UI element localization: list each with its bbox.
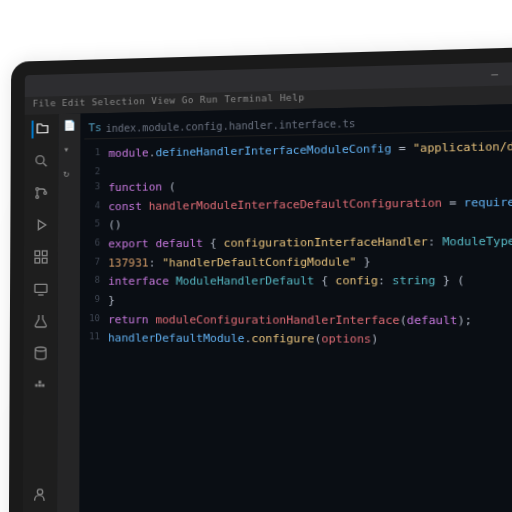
line-number: 2 (84, 164, 108, 180)
testing-icon[interactable] (32, 312, 50, 330)
refresh-icon[interactable]: ↻ (63, 168, 75, 180)
svg-rect-4 (35, 251, 40, 256)
code-editor[interactable]: Ts index.module.config.handler.interface… (79, 103, 512, 512)
extensions-icon[interactable] (32, 248, 50, 266)
source-control-icon[interactable] (32, 184, 50, 202)
collapse-icon[interactable]: ▾ (63, 144, 75, 156)
svg-rect-11 (38, 384, 41, 387)
remote-icon[interactable] (32, 280, 50, 298)
debug-icon[interactable] (32, 216, 50, 234)
svg-point-3 (44, 192, 47, 195)
svg-point-0 (36, 156, 44, 164)
line-number: 4 (84, 198, 108, 217)
code-content[interactable]: interface ModuleHandlerDefault { config:… (108, 272, 512, 292)
line-number: 1 (84, 145, 108, 164)
typescript-file-icon: Ts (88, 119, 101, 138)
code-line[interactable]: 7 137931: "handlerDefaultConfigModule" } (84, 252, 512, 273)
file-icon[interactable]: 📄 (63, 120, 75, 132)
svg-rect-10 (35, 384, 38, 387)
code-body[interactable]: 1module.defineHandlerInterfaceModuleConf… (84, 137, 512, 351)
svg-rect-8 (35, 284, 47, 292)
svg-point-2 (36, 196, 39, 199)
line-number: 5 (84, 217, 108, 236)
code-line[interactable]: 8 interface ModuleHandlerDefault { confi… (84, 272, 512, 292)
code-line[interactable]: 9} (84, 292, 512, 312)
svg-point-9 (35, 347, 46, 351)
svg-point-1 (36, 188, 39, 191)
svg-rect-7 (42, 258, 47, 263)
line-number: 6 (84, 235, 108, 254)
docker-icon[interactable] (31, 376, 49, 394)
main-area: 📄 ▾ ↻ Ts index.module.config.handler.int… (23, 103, 512, 512)
code-line[interactable]: 6 export default { configurationInterfac… (84, 232, 512, 254)
minimize-icon[interactable]: ─ (489, 69, 500, 80)
code-content[interactable]: handlerDefaultModule.configure(options) (108, 330, 512, 351)
svg-rect-6 (35, 258, 40, 263)
line-number: 8 (84, 273, 108, 292)
line-number: 9 (84, 292, 108, 311)
line-number: 7 (84, 254, 108, 273)
code-content[interactable]: return moduleConfigurationHandlerInterfa… (108, 311, 512, 331)
explorer-icon[interactable] (32, 120, 50, 138)
accounts-icon[interactable] (31, 485, 49, 504)
svg-rect-13 (38, 381, 41, 384)
activity-bar (23, 114, 59, 512)
tab-filename: index.module.config.handler.interface.ts (106, 115, 356, 137)
line-number: 11 (84, 330, 108, 349)
line-number: 3 (84, 179, 108, 198)
code-content[interactable]: export default { configurationInterfaceH… (108, 232, 512, 254)
svg-rect-5 (42, 251, 47, 256)
code-content[interactable]: } (108, 292, 512, 312)
database-icon[interactable] (32, 344, 50, 362)
svg-rect-12 (42, 384, 45, 387)
secondary-sidebar: 📄 ▾ ↻ (57, 114, 80, 512)
code-content[interactable]: 137931: "handlerDefaultConfigModule" } (108, 252, 512, 273)
laptop-screen: ─ ▢ ✕ File Edit Selection View Go Run Te… (9, 46, 512, 512)
code-line[interactable]: 10 return moduleConfigurationHandlerInte… (84, 311, 512, 331)
svg-point-14 (37, 489, 42, 495)
line-number: 10 (84, 311, 108, 330)
search-icon[interactable] (32, 152, 50, 170)
code-line[interactable]: 11 handlerDefaultModule.configure(option… (84, 330, 512, 351)
editor-tab[interactable]: Ts index.module.config.handler.interface… (84, 110, 512, 140)
